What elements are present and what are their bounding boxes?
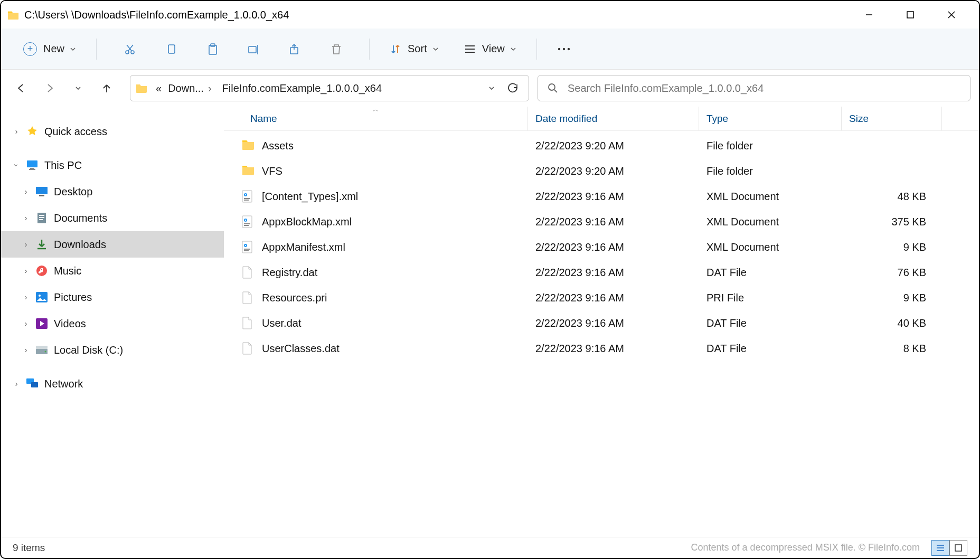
sort-label: Sort — [408, 43, 427, 55]
file-name: VFS — [262, 165, 282, 177]
up-button[interactable] — [96, 78, 117, 99]
svg-point-20 — [549, 84, 555, 90]
pictures-icon — [35, 290, 49, 304]
file-date: 2/22/2023 9:20 AM — [528, 140, 699, 152]
sidebar-quick-access[interactable]: › Quick access — [1, 118, 224, 145]
toolbar: + New Sort View — [1, 29, 979, 70]
documents-icon — [35, 211, 49, 225]
sort-button[interactable]: Sort — [382, 37, 446, 61]
column-header-type[interactable]: Type — [699, 107, 842, 130]
svg-rect-46 — [244, 223, 250, 224]
sidebar-item-label: Network — [44, 378, 83, 390]
address-dropdown[interactable] — [481, 78, 502, 99]
file-row[interactable]: UserClasses.dat2/22/2023 9:16 AMDAT File… — [224, 336, 979, 361]
toolbar-separator — [96, 39, 97, 60]
share-button[interactable] — [281, 37, 308, 61]
column-headers: Name ︿ Date modified Type Size — [224, 107, 979, 131]
file-row[interactable]: User.dat2/22/2023 9:16 AMDAT File40 KB — [224, 310, 979, 336]
svg-rect-51 — [244, 250, 249, 251]
file-name: AppxManifest.xml — [262, 241, 345, 253]
file-row[interactable]: VFS2/22/2023 9:20 AMFile folder — [224, 158, 979, 184]
toolbar-separator — [536, 39, 537, 60]
column-header-date[interactable]: Date modified — [528, 107, 699, 130]
svg-point-37 — [45, 351, 46, 353]
file-date: 2/22/2023 9:16 AM — [528, 343, 699, 355]
sidebar-item-label: This PC — [44, 159, 82, 172]
paste-button[interactable] — [199, 37, 225, 61]
breadcrumb-ellipsis[interactable]: « — [153, 82, 165, 94]
file-row[interactable]: Registry.dat2/22/2023 9:16 AMDAT File76 … — [224, 260, 979, 285]
file-size: 9 KB — [842, 292, 942, 304]
rename-button[interactable] — [240, 37, 267, 61]
chevron-right-icon: › — [20, 240, 32, 249]
delete-button[interactable] — [323, 37, 349, 61]
svg-rect-22 — [27, 160, 37, 167]
new-button[interactable]: + New — [16, 37, 83, 61]
svg-line-21 — [554, 90, 557, 92]
sidebar-item-music[interactable]: › Music — [1, 258, 224, 284]
sidebar-item-local-disk[interactable]: › Local Disk (C:) — [1, 337, 224, 363]
view-button[interactable]: View — [457, 37, 524, 61]
file-row[interactable]: AppxManifest.xml2/22/2023 9:16 AMXML Doc… — [224, 234, 979, 260]
back-button[interactable] — [11, 78, 32, 99]
svg-rect-23 — [30, 168, 34, 169]
file-row[interactable]: AppxBlockMap.xml2/22/2023 9:16 AMXML Doc… — [224, 209, 979, 234]
chevron-down-icon — [510, 46, 516, 52]
file-row[interactable]: Resources.pri2/22/2023 9:16 AMPRI File9 … — [224, 285, 979, 310]
svg-rect-1 — [907, 12, 913, 18]
chevron-right-icon: › — [11, 127, 22, 136]
chevron-down-icon — [70, 46, 76, 52]
details-view-button[interactable] — [931, 540, 949, 556]
search-input[interactable] — [568, 82, 960, 94]
xml-icon — [242, 215, 255, 228]
file-size: 40 KB — [842, 317, 942, 329]
sidebar-item-documents[interactable]: › Documents — [1, 205, 224, 231]
maximize-button[interactable] — [899, 4, 922, 25]
sidebar-item-videos[interactable]: › Videos — [1, 310, 224, 337]
close-button[interactable] — [940, 4, 963, 25]
sidebar-item-pictures[interactable]: › Pictures — [1, 284, 224, 310]
sidebar-item-desktop[interactable]: › Desktop — [1, 178, 224, 205]
breadcrumb-parent[interactable]: Down...› — [165, 82, 219, 94]
status-caption: Contents of a decompressed MSIX file. © … — [691, 542, 920, 553]
column-header-size[interactable]: Size — [842, 107, 942, 130]
file-row[interactable]: [Content_Types].xml2/22/2023 9:16 AMXML … — [224, 184, 979, 209]
file-name: UserClasses.dat — [262, 343, 340, 355]
chevron-right-icon: › — [20, 187, 32, 196]
copy-button[interactable] — [158, 37, 184, 61]
minimize-button[interactable] — [858, 4, 881, 25]
svg-rect-43 — [244, 200, 249, 201]
file-date: 2/22/2023 9:16 AM — [528, 267, 699, 279]
breadcrumb-parent-label: Down... — [168, 82, 204, 94]
sort-ascending-icon: ︿ — [373, 107, 379, 113]
refresh-button[interactable] — [502, 78, 523, 99]
column-header-name[interactable]: Name ︿ — [224, 107, 528, 130]
file-type: DAT File — [699, 267, 842, 279]
more-button[interactable] — [550, 37, 578, 61]
sidebar-item-downloads[interactable]: › Downloads — [1, 231, 224, 258]
recent-dropdown[interactable] — [68, 78, 89, 99]
file-type: XML Document — [699, 216, 842, 228]
cut-button[interactable] — [117, 37, 143, 61]
sidebar-item-label: Quick access — [44, 126, 107, 138]
file-row[interactable]: Assets2/22/2023 9:20 AMFile folder — [224, 133, 979, 158]
file-type: XML Document — [699, 241, 842, 253]
search-box[interactable] — [538, 75, 970, 101]
thumbnails-view-button[interactable] — [949, 540, 967, 556]
svg-rect-39 — [31, 382, 38, 387]
monitor-icon — [25, 158, 39, 172]
address-bar[interactable]: « Down...› FileInfo.comExample_1.0.0.0_x… — [130, 75, 529, 101]
toolbar-separator — [369, 39, 370, 60]
sidebar-this-pc[interactable]: › This PC — [1, 152, 224, 178]
file-name: Assets — [262, 140, 294, 152]
sidebar-network[interactable]: › Network — [1, 371, 224, 397]
breadcrumb-current[interactable]: FileInfo.comExample_1.0.0.0_x64 — [219, 82, 385, 94]
svg-point-18 — [563, 48, 565, 50]
sidebar-item-label: Videos — [54, 318, 86, 330]
sidebar-item-label: Music — [54, 265, 81, 277]
forward-button[interactable] — [39, 78, 60, 99]
file-type: DAT File — [699, 343, 842, 355]
svg-point-5 — [131, 51, 134, 54]
xml-icon — [242, 241, 255, 253]
svg-rect-26 — [39, 195, 44, 196]
